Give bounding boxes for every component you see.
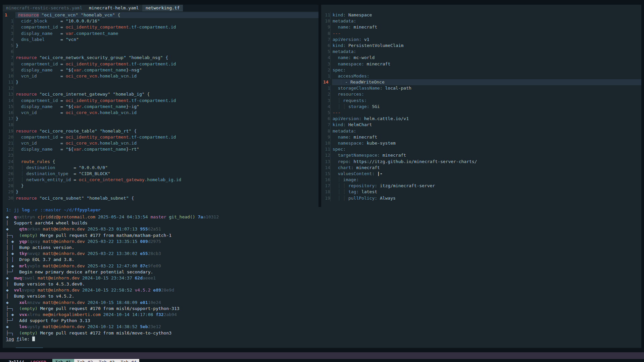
log-line[interactable]: ├─╯ Begin new primary device after poten… — [3, 269, 641, 275]
code-segment: = — [37, 73, 66, 79]
code-line[interactable]: 15 display_name = "${var.compartment_nam… — [3, 104, 318, 110]
log-line[interactable]: │ ◆ tkynxvqz matt@einhorn.dev 2025-03-22… — [3, 251, 641, 257]
code-line[interactable]: 28 } — [3, 183, 318, 189]
code-line[interactable]: 17} — [3, 116, 318, 122]
code-line[interactable]: 12 — [3, 85, 318, 91]
code-line[interactable]: 15 valuesContent: |- — [321, 171, 641, 177]
code-line[interactable]: 2spec: — [321, 67, 641, 73]
code-line[interactable]: 1 cidr_block = "10.0.0.0/16" — [3, 18, 318, 24]
zellij-tab-4[interactable]: Tab #4 — [118, 359, 140, 362]
code-line[interactable]: 5} — [3, 43, 318, 49]
code-line[interactable]: 8 compartment_id = oci_identity_compartm… — [3, 61, 318, 67]
log-line[interactable]: ◆ mwqtswol matt@einhorn.dev 2024-10-15 2… — [3, 275, 641, 281]
code-line[interactable]: 14 │ - ReadWriteOnce — [321, 79, 641, 85]
code-area-right[interactable]: 11kind: Namespace10metadata:9 name: mine… — [321, 12, 641, 201]
terminal-pane[interactable]: 1: jj log -r ::master ~/d/ffpyplayer ◆ q… — [3, 207, 641, 348]
code-line[interactable]: 9 name: minecraft — [321, 24, 641, 30]
log-line[interactable]: │ ◆ vvxxlrnu me@mirkogalimberti.com 2024… — [3, 312, 641, 318]
line-number: 2 — [321, 67, 330, 73]
code-line[interactable]: 16 │ image: — [321, 177, 641, 183]
code-line[interactable]: 7kind: HelmChart — [321, 122, 641, 128]
code-segment — [16, 37, 21, 42]
code-line[interactable]: 7apiVersion: v1 — [321, 37, 641, 43]
code-line[interactable]: 3 namespace: minecraft — [321, 61, 641, 67]
code-line[interactable]: 5metadata: — [321, 49, 641, 55]
code-line[interactable]: 4 name: mc-world — [321, 55, 641, 61]
code-segment — [333, 141, 338, 146]
code-line[interactable]: 5--- — [321, 110, 641, 116]
code-line[interactable]: 16 vcn_id = oci_core_vcn.homelab_vcn.id — [3, 110, 318, 116]
code-line[interactable]: 14 chart: minecraft — [321, 165, 641, 171]
code-line[interactable]: 25 │ destination = "0.0.0.0/0" — [3, 165, 318, 171]
log-line[interactable]: ◆ qmxttryn cjriddz@protonmail.com 2025-0… — [3, 214, 641, 220]
code-line[interactable]: 14 compartment_id = oci_identity_compart… — [3, 98, 318, 104]
code-line[interactable]: 8metadata: — [321, 128, 641, 134]
code-line[interactable]: 27 │ network_entity_id = oci_core_intern… — [3, 177, 318, 183]
code-line[interactable]: 21 vcn_id = oci_core_vcn.homelab_vcn.id — [3, 140, 318, 146]
code-segment: display_name — [21, 147, 53, 152]
log-line[interactable]: ◆ qtnorkxn matt@einhorn.dev 2025-03-23 0… — [3, 226, 641, 232]
code-line[interactable]: 6 — [3, 49, 318, 55]
code-line[interactable]: 3 display_name = var.compartment_name — [3, 31, 318, 37]
code-line[interactable]: 18 — [3, 122, 318, 128]
code-line[interactable]: 6apiVersion: helm.cattle.io/v1 — [321, 116, 641, 122]
code-line[interactable]: 10 vcn_id = oci_core_vcn.homelab_vcn.id — [3, 73, 318, 79]
log-line[interactable]: ◆ xolmnzvw matt@einhorn.dev 2024-10-15 1… — [3, 300, 641, 306]
code-line[interactable]: 2 resources: — [321, 91, 641, 97]
code-line[interactable]: 1 accessModes: — [321, 73, 641, 79]
log-line[interactable]: │ │ Bump actions version. — [3, 245, 641, 251]
log-line[interactable]: ├─╯ Add support for Python 3.13 — [3, 318, 641, 324]
code-line[interactable]: 7resource "oci_core_network_security_gro… — [3, 55, 318, 61]
log-line[interactable]: │ Bump version to 4.5.3.dev0. — [3, 281, 641, 287]
log-line[interactable]: ◆ vvlsvpxp matt@einhorn.dev 2024-10-15 2… — [3, 287, 641, 293]
code-line[interactable]: 26 │ destination_type = "CIDR_BLOCK" — [3, 171, 318, 177]
code-line[interactable]: 24 route_rules { — [3, 159, 318, 165]
zellij-tab-1[interactable]: Tab #1 — [52, 359, 74, 362]
code-line[interactable]: 1resource "oci_core_vcn" "homelab_vcn" { — [3, 12, 318, 18]
code-line[interactable]: 6kind: PersistentVolumeClaim — [321, 43, 641, 49]
code-segment: .tf-compartment.id — [129, 61, 176, 66]
buffer-tab-networking.tf[interactable]: networking.tf — [142, 5, 183, 11]
code-line[interactable]: 18 │ │ tag: latest — [321, 189, 641, 195]
code-line[interactable]: 4 │ │ storage: 5Gi — [321, 104, 641, 110]
code-line[interactable]: 11spec: — [321, 146, 641, 152]
buffer-tab-minecraft-helm.yaml[interactable]: minecraft-helm.yaml — [86, 5, 142, 11]
code-line[interactable]: 30resource "oci_core_subnet" "homelab_su… — [3, 195, 318, 201]
code-line[interactable]: 2 compartment_id = oci_identity_compartm… — [3, 24, 318, 30]
code-line[interactable]: 4 dns_label = "vcn" — [3, 37, 318, 43]
code-line[interactable]: 17 │ │ repository: itzg/minecraft-server — [321, 183, 641, 189]
code-line[interactable]: 12 targetNamespace: minecraft — [321, 152, 641, 158]
log-line[interactable]: │ ◆ mrlyvplo matt@einhorn.dev 2025-03-22… — [3, 263, 641, 269]
code-line[interactable]: 11kind: Namespace — [321, 12, 641, 18]
code-line[interactable]: 13resource "oci_core_internet_gateway" "… — [3, 91, 318, 97]
log-line[interactable]: │ ◆ yqptqxsy matt@einhorn.dev 2025-03-22… — [3, 239, 641, 245]
code-line[interactable]: 3 │ requests: — [321, 98, 641, 104]
log-line[interactable]: │ Bump version to v4.5.2. — [3, 293, 641, 299]
code-line[interactable]: 10metadata: — [321, 18, 641, 24]
log-line[interactable]: ├─╮ (empty) Merge pull request #170 from… — [3, 306, 641, 312]
code-line[interactable]: 13 repo: https://itzg.github.io/minecraf… — [321, 159, 641, 165]
code-line[interactable]: 11} — [3, 79, 318, 85]
code-line[interactable]: 1 storageClassName: local-path — [321, 85, 641, 91]
zellij-tab-2[interactable]: Tab #2 — [74, 359, 96, 362]
code-line[interactable]: 29} — [3, 189, 318, 195]
code-line[interactable]: 22 display_name = "${var.compartment_nam… — [3, 146, 318, 152]
editor-pane-left[interactable]: minecraft-restic-secrets.yamlminecraft-h… — [3, 5, 318, 207]
code-line[interactable]: 10 namespace: kube-system — [321, 140, 641, 146]
code-line[interactable]: 19resource "oci_core_route_table" "homel… — [3, 128, 318, 134]
buffer-tab-minecraft-restic-secrets.yaml[interactable]: minecraft-restic-secrets.yaml — [3, 5, 86, 11]
code-line[interactable]: 20 compartment_id = oci_identity_compart… — [3, 134, 318, 140]
zellij-tab-3[interactable]: Tab #3 — [96, 359, 118, 362]
log-line[interactable]: │ Support aarch64 wheel builds — [3, 220, 641, 226]
editor-pane-right[interactable]: 11kind: Namespace10metadata:9 name: mine… — [321, 5, 641, 207]
code-area-left[interactable]: 1resource "oci_core_vcn" "homelab_vcn" {… — [3, 12, 318, 201]
code-line[interactable]: 23 — [3, 152, 318, 158]
log-line[interactable]: ◆ losuysty matt@einhorn.dev 2024-10-12 1… — [3, 324, 641, 330]
code-line[interactable]: 9 name: minecraft — [321, 134, 641, 140]
code-line[interactable]: 8--- — [321, 31, 641, 37]
code-line[interactable]: 9 display_name = "${var.compartment_name… — [3, 67, 318, 73]
log-line[interactable]: │ │ Drop EOL 3.7 and 3.8. — [3, 257, 641, 263]
log-line[interactable]: ├─╮ (empty) Merge pull request #177 from… — [3, 232, 641, 239]
code-line[interactable]: 19 │ │ pullPolicy: Always — [321, 195, 641, 201]
log-line[interactable]: ├─╮ (empty) Merge pull request #172 from… — [3, 330, 641, 336]
